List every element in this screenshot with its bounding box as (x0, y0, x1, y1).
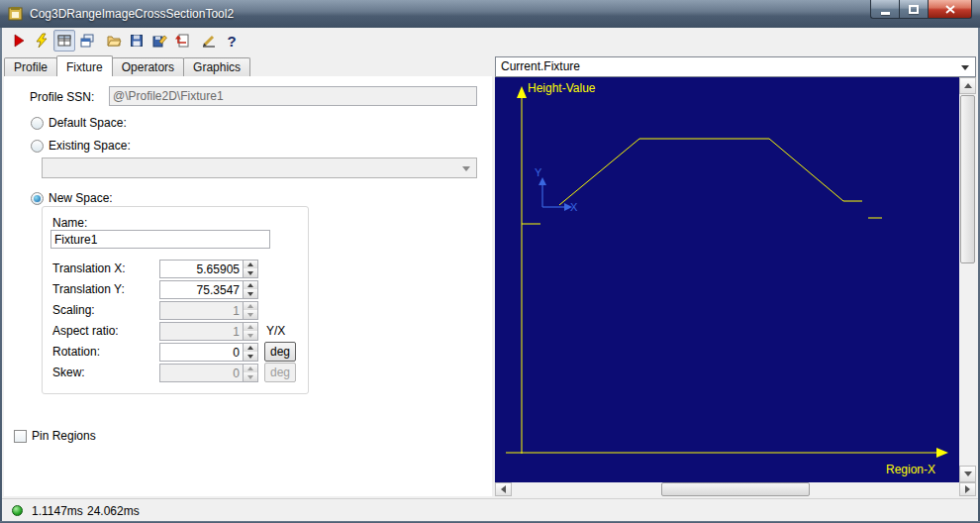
aspect-ratio-label: Aspect ratio: (52, 324, 119, 338)
tab-profile-label: Profile (14, 60, 48, 74)
scroll-left-icon (497, 485, 506, 493)
import-button[interactable] (171, 30, 193, 52)
save-icon (129, 33, 145, 49)
open-file-button[interactable] (103, 30, 125, 52)
toolbar: ? (0, 28, 980, 55)
display-selector-value: Current.Fixture (501, 59, 580, 73)
tab-fixture[interactable]: Fixture (56, 55, 113, 76)
help-icon: ? (227, 33, 236, 50)
electric-run-icon (34, 33, 49, 49)
run-icon (11, 33, 27, 49)
rotation-input[interactable] (160, 344, 242, 361)
skew-deg-button: deg (264, 363, 296, 382)
tab-graphics-label: Graphics (193, 60, 241, 74)
fixture-marker-y-arrow-icon (539, 177, 546, 185)
run-button[interactable] (8, 30, 30, 52)
vertical-scrollbar[interactable] (959, 77, 976, 482)
translation-x-label: Translation X: (52, 262, 126, 275)
chevron-down-icon (961, 65, 969, 74)
vertical-scrollbar-thumb[interactable] (960, 95, 975, 263)
floating-window-button[interactable] (76, 30, 98, 52)
minimize-button[interactable] (870, 0, 899, 19)
save-as-icon (151, 33, 167, 49)
status-bar: 1.1147ms 24.062ms (0, 498, 980, 521)
scroll-down-button[interactable] (959, 466, 976, 482)
pin-regions-checkbox[interactable] (14, 430, 27, 443)
aspect-ratio-input (160, 323, 242, 340)
profile-plot-svg: Height-Value Region-X Y X (495, 77, 959, 482)
default-space-label: Default Space: (49, 116, 127, 130)
scroll-right-icon (965, 485, 974, 493)
fixture-tab-page: Profile SSN: Default Space: Existing Spa… (4, 76, 492, 496)
maximize-button[interactable] (899, 0, 928, 19)
tab-profile[interactable]: Profile (4, 57, 57, 76)
scroll-up-icon (964, 79, 972, 88)
translation-y-spinner (159, 280, 258, 299)
titlebar[interactable]: Cog3DRangeImageCrossSectionTool2 (0, 0, 980, 28)
save-as-button[interactable] (148, 30, 170, 52)
horizontal-scrollbar[interactable] (495, 482, 976, 496)
fixture-marker-y-label: Y (535, 166, 542, 178)
window-controls (870, 0, 972, 19)
help-button[interactable]: ? (221, 30, 243, 52)
app-icon (8, 6, 24, 22)
signature-button[interactable] (198, 30, 220, 52)
new-space-groupbox: Name: Translation X: Translation Y: Scal… (42, 206, 309, 394)
spin-down-icon (243, 331, 257, 340)
profile-plot-area[interactable]: Height-Value Region-X Y X (495, 77, 959, 482)
profile-ssn-input (109, 86, 477, 106)
translation-y-label: Translation Y: (52, 282, 125, 296)
y-axis-label: Height-Value (528, 81, 596, 95)
minimize-icon (881, 12, 890, 15)
aspect-ratio-units-label: Y/X (266, 324, 285, 338)
fixture-marker-x-label: X (570, 201, 578, 213)
tab-fixture-label: Fixture (66, 60, 103, 74)
scroll-up-button[interactable] (959, 77, 976, 94)
tab-graphics[interactable]: Graphics (183, 57, 250, 76)
spin-down-icon (243, 372, 257, 381)
tab-strip: Profile Fixture Operators Graphics (4, 55, 249, 76)
electric-run-button[interactable] (31, 30, 52, 52)
aspect-ratio-spinner (159, 322, 258, 341)
results-grid-button[interactable] (53, 30, 75, 52)
name-input[interactable] (50, 230, 270, 249)
floating-window-icon (79, 33, 95, 49)
new-space-radio[interactable] (31, 192, 44, 205)
x-axis-arrow-icon (936, 448, 948, 458)
new-space-label: New Space: (49, 191, 113, 205)
results-grid-icon (56, 33, 72, 49)
spin-down-icon[interactable] (243, 268, 257, 277)
window: Cog3DRangeImageCrossSectionTool2 (0, 0, 980, 523)
scroll-right-button[interactable] (959, 482, 976, 496)
existing-space-radio[interactable] (31, 140, 44, 153)
import-icon (174, 33, 190, 49)
window-frame-left (0, 28, 2, 523)
save-button[interactable] (126, 30, 147, 52)
close-button[interactable] (928, 0, 972, 19)
x-axis-label: Region-X (886, 463, 935, 476)
spin-down-icon (243, 310, 257, 319)
horizontal-scrollbar-thumb[interactable] (661, 482, 810, 496)
scroll-left-button[interactable] (495, 482, 512, 496)
default-space-radio[interactable] (31, 117, 44, 130)
skew-spinner (159, 364, 258, 382)
spin-down-icon[interactable] (243, 352, 257, 361)
maximize-icon (909, 5, 919, 14)
tab-operators[interactable]: Operators (112, 57, 184, 76)
display-selector-combobox[interactable]: Current.Fixture (495, 56, 976, 77)
rotation-spinner (159, 343, 258, 362)
profile-ssn-label: Profile SSN: (30, 90, 94, 104)
spin-down-icon[interactable] (243, 289, 257, 298)
existing-space-combobox (42, 157, 477, 178)
status-led-icon (12, 505, 23, 516)
rotation-deg-button[interactable]: deg (264, 342, 296, 362)
profile-trace-main (559, 139, 862, 205)
skew-input (160, 365, 242, 381)
existing-space-label: Existing Space: (49, 139, 131, 153)
translation-x-input[interactable] (160, 261, 242, 277)
chevron-down-icon (462, 166, 470, 175)
translation-y-input[interactable] (160, 281, 242, 298)
scroll-down-icon (964, 471, 972, 480)
rotation-label: Rotation: (52, 345, 100, 359)
signature-icon (201, 33, 217, 49)
